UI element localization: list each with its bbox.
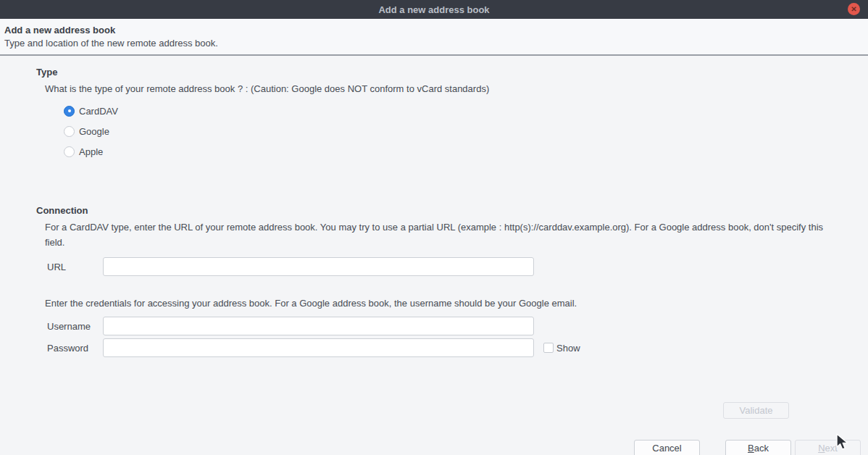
- radio-carddav[interactable]: CardDAV: [64, 101, 828, 121]
- radio-apple-icon[interactable]: [64, 146, 75, 157]
- page-subtitle: Type and location of the new remote addr…: [4, 38, 861, 49]
- radio-apple[interactable]: Apple: [64, 141, 828, 162]
- username-input[interactable]: [103, 317, 534, 335]
- radio-google-label: Google: [79, 126, 109, 137]
- validate-button[interactable]: Validate: [723, 402, 789, 419]
- username-label: Username: [47, 321, 103, 332]
- connection-section: Connection For a CardDAV type, enter the…: [36, 205, 828, 419]
- back-button[interactable]: Back: [725, 440, 791, 455]
- show-password-toggle[interactable]: Show: [543, 343, 580, 354]
- radio-google[interactable]: Google: [64, 121, 828, 141]
- radio-carddav-label: CardDAV: [79, 106, 118, 117]
- username-row: Username: [47, 317, 828, 335]
- page-title: Add a new address book: [4, 25, 861, 36]
- validate-row: Validate: [36, 402, 828, 419]
- type-description: What is the type of your remote address …: [45, 81, 828, 96]
- dialog-header: Add a new address book Type and location…: [0, 19, 868, 56]
- close-icon: ✕: [851, 6, 856, 13]
- radio-carddav-icon[interactable]: [64, 106, 75, 117]
- type-radio-group: CardDAV Google Apple: [64, 101, 828, 162]
- url-row: URL: [47, 257, 828, 276]
- url-label: URL: [47, 262, 103, 272]
- type-heading: Type: [36, 67, 828, 78]
- back-button-label: Back: [748, 443, 769, 454]
- radio-apple-label: Apple: [79, 146, 103, 157]
- close-button[interactable]: ✕: [848, 3, 860, 15]
- password-input[interactable]: [103, 338, 534, 357]
- window-title: Add a new address book: [378, 4, 489, 15]
- show-password-label: Show: [556, 343, 580, 354]
- show-password-checkbox-icon[interactable]: [543, 343, 554, 353]
- password-row: Password Show: [47, 338, 828, 357]
- credentials-description: Enter the credentials for accessing your…: [45, 296, 828, 311]
- password-label: Password: [47, 343, 103, 354]
- radio-google-icon[interactable]: [64, 126, 75, 137]
- footer-button-bar: Cancel Back Next: [0, 433, 868, 455]
- type-section: Type What is the type of your remote add…: [36, 67, 828, 162]
- add-address-book-dialog: Add a new address book ✕ Add a new addre…: [0, 0, 868, 455]
- titlebar[interactable]: Add a new address book ✕: [0, 0, 868, 19]
- connection-description: For a CardDAV type, enter the URL of you…: [45, 220, 828, 250]
- cancel-button[interactable]: Cancel: [634, 440, 700, 455]
- dialog-content: Type What is the type of your remote add…: [0, 56, 868, 419]
- next-button[interactable]: Next: [795, 440, 861, 455]
- url-input[interactable]: [103, 257, 534, 276]
- connection-heading: Connection: [36, 205, 828, 216]
- next-button-label: Next: [818, 443, 838, 454]
